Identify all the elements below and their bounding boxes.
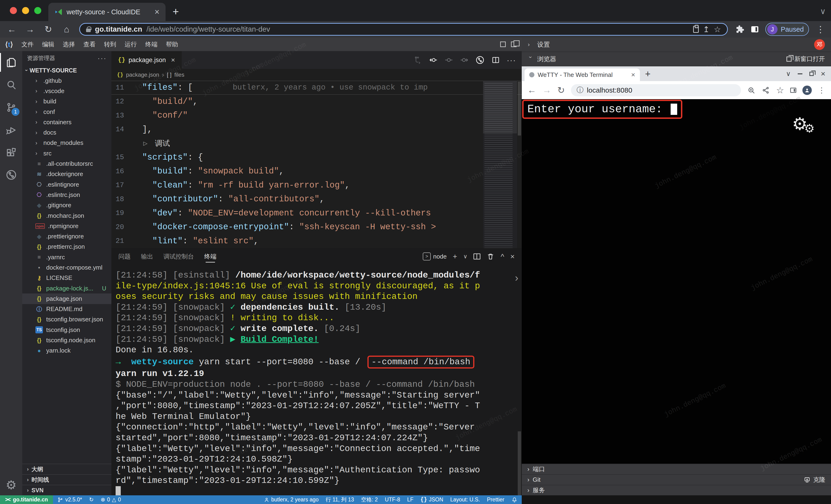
bookmark-star-icon[interactable]: ☆ <box>714 25 721 34</box>
wetty-settings-gears-icon[interactable]: ⚙⚙ <box>792 114 807 134</box>
remote-indicator[interactable]: >< go.titanide.cn <box>0 495 53 504</box>
eol[interactable]: LF <box>407 497 413 503</box>
address-bar[interactable]: go.titanide.cn /ide/web/coding/wetty-sou… <box>79 23 728 36</box>
tree-item-LICENSE[interactable]: ⚷LICENSE <box>22 273 111 283</box>
tree-item-.eslintignore[interactable]: ⎔.eslintignore <box>22 179 111 190</box>
panel-tab-输出[interactable]: 输出 <box>141 248 153 265</box>
panel-expand-chevron-icon[interactable]: › <box>515 272 518 284</box>
tree-item-.prettierrc.json[interactable]: {}.prettierrc.json <box>22 242 111 252</box>
panel-tab-终端[interactable]: 终端 <box>204 248 217 265</box>
sidebar-section-大纲[interactable]: ›大纲 <box>22 464 111 474</box>
shell-selector[interactable]: > node <box>423 253 447 261</box>
home-icon[interactable]: ⌂ <box>61 24 72 34</box>
code-line-13[interactable]: 13 "conf/" <box>111 109 522 123</box>
mini-profile-avatar[interactable] <box>802 86 812 95</box>
tree-item-node_modules[interactable]: ›node_modules <box>22 138 111 148</box>
code-line-11[interactable]: 11 "files": [butlerx, 2 years ago • use … <box>111 81 522 95</box>
fullscreen-icon[interactable] <box>500 41 506 47</box>
code-line-19[interactable]: 19 "dev": "NODE_ENV=development concurre… <box>111 206 522 220</box>
minimap[interactable] <box>483 81 517 248</box>
open-new-window-button[interactable]: 新窗口打开 <box>786 55 825 63</box>
new-tab-button[interactable]: + <box>173 5 179 18</box>
kill-terminal-trash-icon[interactable] <box>487 253 494 261</box>
forward-icon[interactable]: → <box>24 24 36 34</box>
sidebar-section-SVN[interactable]: ›SVN <box>22 485 111 495</box>
menu-item-选择[interactable]: 选择 <box>63 40 75 49</box>
tree-root[interactable]: › WETTY-SOURCE <box>22 65 111 76</box>
close-window-button[interactable] <box>10 7 17 14</box>
editor-scrollbar[interactable] <box>517 81 522 248</box>
tree-item-README.md[interactable]: ⓘREADME.md <box>22 304 111 314</box>
code-line-18[interactable]: 18 "contributor": "all-contributors", <box>111 192 522 206</box>
split-terminal-icon[interactable] <box>474 254 481 260</box>
code-line-14[interactable]: 14 ], <box>111 123 522 137</box>
tree-item-build[interactable]: ›build <box>22 96 111 107</box>
minimize-icon[interactable] <box>798 73 802 74</box>
reload-icon[interactable]: ↻ <box>43 24 54 34</box>
split-editor-icon[interactable] <box>491 56 500 64</box>
user-avatar[interactable]: 邓 <box>814 39 825 50</box>
extensions-puzzle-icon[interactable] <box>735 25 744 34</box>
tree-item-.dockerignore[interactable]: ≋.dockerignore <box>22 169 111 179</box>
code-line-17[interactable]: 17 "clean": "rm -rf build yarn-error.log… <box>111 178 522 192</box>
tree-item-.mocharc.json[interactable]: {}.mocharc.json <box>22 210 111 221</box>
tree-item-package.json[interactable]: {}package.json <box>22 294 111 304</box>
tree-item-.yarnrc[interactable]: ≡.yarnrc <box>22 252 111 262</box>
clipboard-icon[interactable] <box>693 26 699 33</box>
site-info-icon[interactable]: ⓘ <box>577 85 584 95</box>
activity-extensions[interactable] <box>0 141 22 164</box>
new-terminal-icon[interactable]: + <box>453 252 457 261</box>
restore-icon[interactable] <box>809 72 814 76</box>
manage-gear-icon[interactable]: ⚙ <box>0 478 22 492</box>
code-line-16[interactable]: 16 "build": "snowpack build", <box>111 164 522 178</box>
tree-item-.eslintrc.json[interactable]: ⎔.eslintrc.json <box>22 190 111 200</box>
fold-chevron-icon[interactable]: ▷ <box>143 139 147 148</box>
code-line-20[interactable]: 20 "docker-compose-entrypoint": "ssh-key… <box>111 220 522 234</box>
code-line-15[interactable]: 15 "scripts": { <box>111 150 522 165</box>
minimap-slider[interactable] <box>483 81 517 134</box>
minimize-window-button[interactable] <box>22 7 29 14</box>
tree-item-src[interactable]: ›src <box>22 148 111 158</box>
problems-indicator[interactable]: ⊗0 △0 <box>101 497 121 503</box>
cursor-position[interactable]: 行 11, 列 13 <box>326 496 354 503</box>
mini-tab-close-icon[interactable]: × <box>631 71 635 79</box>
chevron-down-icon[interactable]: ∨ <box>786 70 791 78</box>
terminal-dropdown-chevron-icon[interactable]: ∨ <box>463 253 467 260</box>
notifications-bell-icon[interactable] <box>511 497 517 503</box>
code-line-12[interactable]: 12 "build/", <box>111 95 522 109</box>
right-section-服务[interactable]: ›服务 <box>522 485 831 495</box>
breadcrumb-node[interactable]: files <box>174 71 184 78</box>
tree-item-conf[interactable]: ›conf <box>22 107 111 117</box>
next-change-icon[interactable] <box>460 56 469 64</box>
editor-more-icon[interactable]: ··· <box>507 56 516 65</box>
editor-tab-close-icon[interactable]: × <box>171 56 175 64</box>
tree-item-.all-contributorsrc[interactable]: ≡.all-contributorsrc <box>22 158 111 169</box>
encoding[interactable]: UTF-8 <box>385 497 400 503</box>
lock-icon[interactable] <box>86 29 91 32</box>
tree-item-.github[interactable]: ›.github <box>22 76 111 86</box>
tree-item-tsconfig.json[interactable]: TStsconfig.json <box>22 325 111 335</box>
tree-item-docs[interactable]: ›docs <box>22 127 111 138</box>
keyboard-layout[interactable]: Layout: U.S. <box>450 497 480 503</box>
code-fold-row[interactable]: ▷ 调试 <box>111 137 522 150</box>
back-icon[interactable]: ← <box>6 24 17 34</box>
sync-icon[interactable]: ↻ <box>89 497 93 503</box>
current-change-icon[interactable] <box>445 56 453 64</box>
close-panel-icon[interactable]: × <box>510 252 515 261</box>
wetty-terminal[interactable]: Enter your username: ⚙⚙ <box>522 99 831 464</box>
sidebar-more-icon[interactable]: ··· <box>97 54 107 62</box>
profile-chip[interactable]: J Paused <box>765 23 809 36</box>
language-mode[interactable]: {}JSON <box>421 497 443 503</box>
git-sync-icon[interactable] <box>414 56 422 64</box>
section-browser[interactable]: › 浏览器 新窗口打开 <box>522 52 831 66</box>
tab-close-icon[interactable]: × <box>154 8 160 16</box>
blame-indicator[interactable]: butlerx, 2 years ago <box>264 497 319 503</box>
panel-tab-问题[interactable]: 问题 <box>118 248 131 265</box>
tree-item-.npmignore[interactable]: npm.npmignore <box>22 221 111 231</box>
browser-menu-kebab-icon[interactable]: ⋮ <box>816 24 825 34</box>
right-section-端口[interactable]: ›端口 <box>522 464 831 474</box>
menu-item-帮助[interactable]: 帮助 <box>166 40 178 49</box>
menu-item-文件[interactable]: 文件 <box>21 40 33 49</box>
section-settings[interactable]: › 设置 邓 <box>522 37 831 52</box>
terminal-output[interactable]: [21:24:58] [esinstall] /home/ide/workspa… <box>111 265 522 495</box>
